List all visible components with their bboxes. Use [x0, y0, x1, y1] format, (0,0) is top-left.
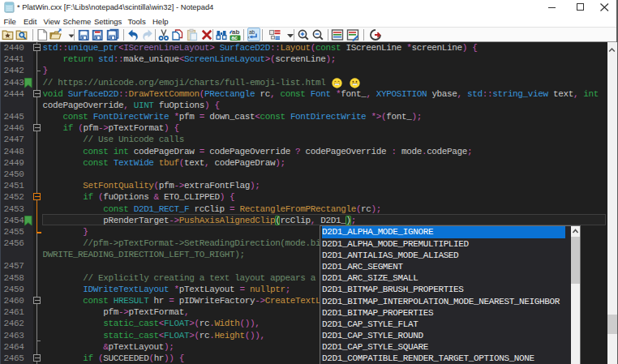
svg-text:ac: ac: [231, 35, 238, 41]
svg-text:ab: ab: [249, 29, 255, 35]
